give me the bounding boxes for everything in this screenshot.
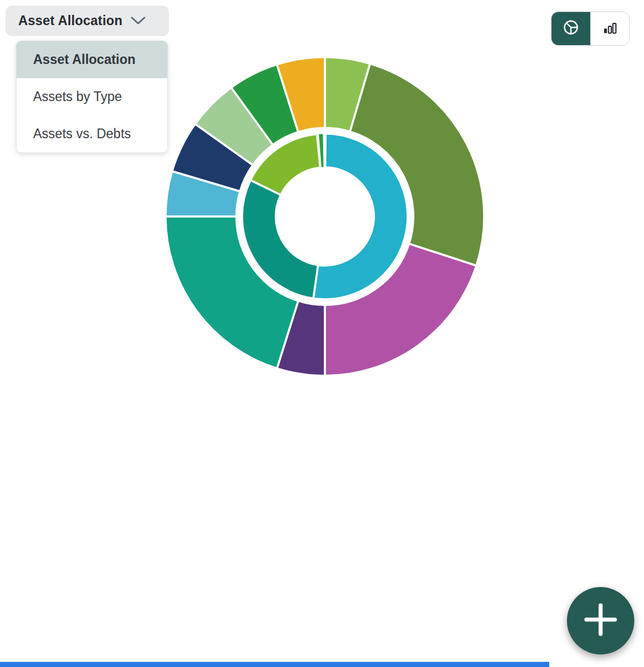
bottom-accent-bar <box>0 662 549 667</box>
menu-item-assets-vs-debts[interactable]: Assets vs. Debts <box>17 115 167 152</box>
chevron-down-icon <box>131 17 146 27</box>
menu-item-asset-allocation[interactable]: Asset Allocation <box>17 41 167 78</box>
bar-chart-icon <box>601 19 618 38</box>
menu-item-assets-by-type[interactable]: Assets by Type <box>17 78 167 115</box>
plus-icon <box>584 603 617 638</box>
menu-item-label: Assets vs. Debts <box>33 126 131 142</box>
menu-item-label: Assets by Type <box>33 89 122 105</box>
dropdown-selected-label: Asset Allocation <box>18 13 123 29</box>
bar-view-button[interactable] <box>590 12 629 45</box>
add-button[interactable] <box>567 587 634 654</box>
pie-view-button[interactable] <box>552 12 590 45</box>
pie-chart-icon <box>562 19 579 38</box>
chart-view-toggle <box>551 11 630 46</box>
menu-item-label: Asset Allocation <box>33 52 135 67</box>
chart-type-dropdown-button[interactable]: Asset Allocation <box>6 6 169 36</box>
chart-type-dropdown-menu: Asset Allocation Assets by Type Assets v… <box>16 41 168 153</box>
